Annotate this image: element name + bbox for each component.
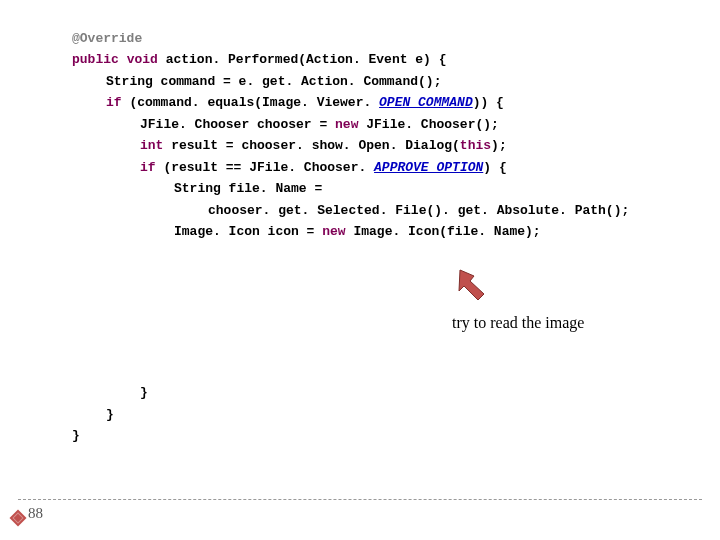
- code-text: result = chooser. show. Open. Dialog(: [163, 138, 459, 153]
- keyword: int: [140, 138, 163, 153]
- code-line: @Override: [72, 28, 720, 49]
- code-line: }: [72, 382, 720, 403]
- code-line: if (command. equals(Image. Viewer. OPEN_…: [72, 92, 720, 113]
- brace: }: [106, 407, 114, 422]
- keyword: public: [72, 52, 119, 67]
- arrow-icon: [456, 268, 488, 302]
- code-line: int result = chooser. show. Open. Dialog…: [72, 135, 720, 156]
- code-text: ) {: [483, 160, 506, 175]
- spacer: [72, 242, 720, 382]
- code-line: }: [72, 404, 720, 425]
- brace: }: [140, 385, 148, 400]
- keyword: void: [127, 52, 158, 67]
- constant: OPEN_COMMAND: [379, 95, 473, 110]
- code-text: )) {: [473, 95, 504, 110]
- code-text: String command = e. get. Action. Command…: [106, 74, 441, 89]
- divider-line: [18, 499, 702, 500]
- brace: }: [72, 428, 80, 443]
- code-text: );: [491, 138, 507, 153]
- code-text: JFile. Chooser chooser =: [140, 117, 335, 132]
- slide-container: @Override public void action. Performed(…: [0, 0, 720, 540]
- code-text: Image. Icon icon =: [174, 224, 322, 239]
- keyword: if: [106, 95, 122, 110]
- code-text: (result == JFile. Chooser.: [156, 160, 367, 175]
- code-line: if (result == JFile. Chooser. APPROVE_OP…: [72, 157, 720, 178]
- code-line: JFile. Chooser chooser = new JFile. Choo…: [72, 114, 720, 135]
- code-text: JFile. Chooser();: [358, 117, 498, 132]
- code-text: Image. Icon(file. Name);: [346, 224, 541, 239]
- code-line: chooser. get. Selected. File(). get. Abs…: [72, 200, 720, 221]
- annotation: @Override: [72, 31, 142, 46]
- code-text: (command. equals(Image. Viewer.: [122, 95, 372, 110]
- code-text: String file. Name =: [174, 181, 322, 196]
- code-text: chooser. get. Selected. File(). get. Abs…: [208, 203, 629, 218]
- keyword: new: [322, 224, 345, 239]
- keyword: new: [335, 117, 358, 132]
- bullet-icon: [10, 510, 27, 527]
- code-block: @Override public void action. Performed(…: [72, 28, 720, 447]
- code-line: Image. Icon icon = new Image. Icon(file.…: [72, 221, 720, 242]
- code-line: String file. Name =: [72, 178, 720, 199]
- code-line: public void action. Performed(Action. Ev…: [72, 49, 720, 70]
- svg-marker-0: [459, 270, 484, 300]
- keyword: this: [460, 138, 491, 153]
- callout-text: try to read the image: [452, 310, 584, 336]
- code-line: }: [72, 425, 720, 446]
- keyword: if: [140, 160, 156, 175]
- code-line: String command = e. get. Action. Command…: [72, 71, 720, 92]
- page-number: 88: [28, 501, 43, 526]
- code-text: action. Performed(Action. Event e) {: [158, 52, 447, 67]
- constant: APPROVE_OPTION: [374, 160, 483, 175]
